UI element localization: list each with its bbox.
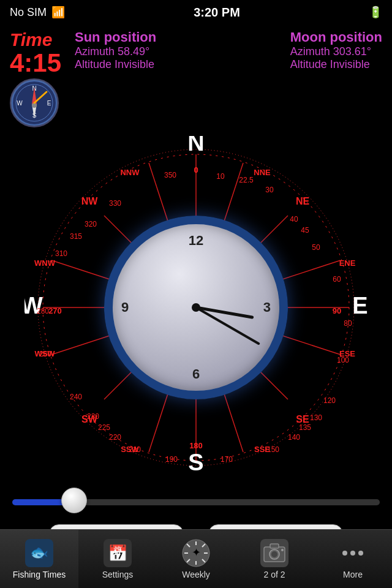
svg-text:350: 350 <box>164 171 176 179</box>
svg-text:80: 80 <box>344 319 352 328</box>
clock-6: 6 <box>192 366 200 382</box>
svg-text:240: 240 <box>70 393 82 401</box>
time-value: 4:15 <box>10 50 61 76</box>
tab-bar: 🐟 Fishing Times 📅 17 Settings ✦ <box>0 529 392 588</box>
settings-icon: 📅 17 <box>104 539 132 567</box>
svg-text:E: E <box>47 100 51 107</box>
svg-point-98 <box>350 551 355 556</box>
status-bar: No SIM 📶 3:20 PM 🔋 <box>0 0 392 24</box>
tab-weekly[interactable]: ✦ Weekly <box>157 530 235 588</box>
svg-point-97 <box>342 551 347 556</box>
svg-text:ENE: ENE <box>339 258 356 268</box>
clock-3: 3 <box>263 300 271 315</box>
tab-2of2[interactable]: 2 of 2 <box>235 530 314 588</box>
svg-text:WNW: WNW <box>34 258 56 268</box>
tab-fishing-label: Fishing Times <box>13 570 66 579</box>
svg-text:22.5: 22.5 <box>239 176 254 184</box>
weekly-icon: ✦ <box>182 539 210 567</box>
svg-text:0: 0 <box>194 165 198 175</box>
clock-face: 12 3 6 9 <box>104 216 288 399</box>
svg-text:310: 310 <box>55 249 67 258</box>
svg-text:17: 17 <box>113 548 122 557</box>
svg-text:NE: NE <box>296 196 310 206</box>
sun-azimuth: Azimuth 58.49° <box>75 45 149 58</box>
svg-text:10: 10 <box>216 172 225 181</box>
svg-text:230: 230 <box>87 412 99 421</box>
sun-title: Sun position <box>75 29 156 45</box>
svg-text:135: 135 <box>299 423 311 432</box>
status-left: No SIM 📶 <box>10 6 65 19</box>
svg-text:40: 40 <box>290 215 298 224</box>
time-section: Time 4:15 N S W E <box>10 29 65 127</box>
carrier-text: No SIM <box>10 6 47 19</box>
moon-position: Moon position Azimuth 303.61° Altitude I… <box>290 29 382 71</box>
clock-9: 9 <box>121 300 129 315</box>
header-info: Time 4:15 N S W E Sun position <box>0 24 392 130</box>
svg-text:260: 260 <box>39 350 51 358</box>
moon-title: Moon position <box>290 29 382 45</box>
svg-text:S: S <box>188 450 203 475</box>
tab-more[interactable]: More <box>314 530 392 588</box>
svg-point-99 <box>358 551 363 556</box>
sun-moon-section: Sun position Azimuth 58.49° Altitude Inv… <box>75 29 382 71</box>
camera-icon <box>260 539 288 567</box>
moon-azimuth: Azimuth 303.61° <box>290 45 371 58</box>
tab-2of2-label: 2 of 2 <box>263 570 285 579</box>
svg-text:210: 210 <box>129 445 141 454</box>
svg-text:130: 130 <box>310 413 322 422</box>
svg-text:90: 90 <box>333 306 341 315</box>
svg-text:N: N <box>187 136 204 156</box>
clock-inner: 12 3 6 9 <box>113 224 279 391</box>
clock-center-dot <box>192 303 200 312</box>
svg-text:E: E <box>352 293 368 318</box>
moon-altitude: Altitude Invisible <box>290 58 370 71</box>
svg-text:NW: NW <box>81 196 99 206</box>
tab-fishing-times[interactable]: 🐟 Fishing Times <box>0 530 78 588</box>
fishing-times-icon: 🐟 <box>25 539 53 567</box>
status-right: 🔋 <box>369 6 382 19</box>
sun-moon-row: Sun position Azimuth 58.49° Altitude Inv… <box>75 29 382 71</box>
time-label: Time <box>10 29 52 50</box>
sun-position: Sun position Azimuth 58.49° Altitude Inv… <box>75 29 156 71</box>
slider-area[interactable] <box>12 491 380 513</box>
svg-text:140: 140 <box>288 433 300 442</box>
compass-icon: N S W E <box>10 78 59 127</box>
clock-12: 12 <box>189 233 203 249</box>
svg-text:225: 225 <box>98 423 110 432</box>
svg-point-94 <box>271 551 277 557</box>
wifi-icon: 📶 <box>51 6 65 19</box>
svg-rect-95 <box>270 544 279 548</box>
tab-weekly-label: Weekly <box>182 570 210 579</box>
svg-text:NNW: NNW <box>120 168 140 177</box>
svg-text:315: 315 <box>70 232 82 241</box>
svg-text:320: 320 <box>85 220 97 228</box>
svg-text:NNE: NNE <box>254 168 271 177</box>
svg-text:280: 280 <box>37 307 49 315</box>
svg-text:30: 30 <box>265 186 274 194</box>
svg-text:220: 220 <box>109 433 121 442</box>
compass-clock-area: N 0 S 180 E 90 W 270 NE NW SE SW NNE NNW… <box>0 130 392 485</box>
svg-text:✦: ✦ <box>192 546 201 559</box>
svg-text:330: 330 <box>109 199 121 208</box>
status-time: 3:20 PM <box>194 6 240 20</box>
tab-settings-label: Settings <box>102 570 134 579</box>
svg-text:180: 180 <box>189 441 203 450</box>
svg-text:120: 120 <box>323 396 336 405</box>
svg-text:190: 190 <box>165 455 178 464</box>
sun-altitude: Altitude Invisible <box>75 58 154 71</box>
svg-text:W: W <box>17 100 23 107</box>
slider-thumb[interactable] <box>61 488 87 513</box>
svg-text:🐟: 🐟 <box>30 543 48 561</box>
svg-text:50: 50 <box>312 243 320 252</box>
svg-text:45: 45 <box>301 226 309 235</box>
svg-text:150: 150 <box>267 445 279 454</box>
svg-text:170: 170 <box>221 455 233 464</box>
svg-point-96 <box>281 549 284 551</box>
more-icon <box>339 539 367 567</box>
battery-icon: 🔋 <box>369 6 382 19</box>
svg-text:100: 100 <box>337 356 349 364</box>
tab-settings[interactable]: 📅 17 Settings <box>78 530 157 588</box>
tab-more-label: More <box>343 570 363 579</box>
svg-text:60: 60 <box>333 275 341 284</box>
svg-text:270: 270 <box>48 306 62 315</box>
